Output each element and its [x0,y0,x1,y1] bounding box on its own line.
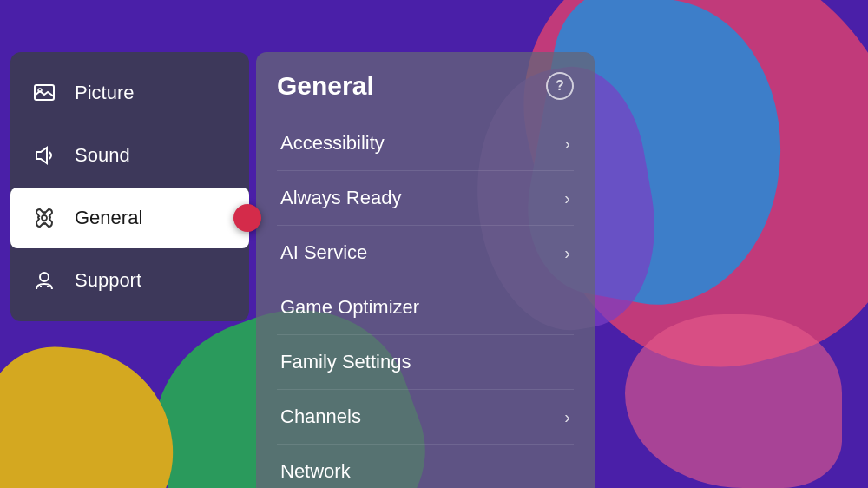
sidebar-item-picture-label: Picture [75,82,134,104]
svg-point-3 [42,215,47,221]
picture-icon [30,78,59,108]
sidebar-item-sound[interactable]: Sound [10,125,249,186]
help-button[interactable]: ? [546,72,574,100]
menu-item-accessibility-label: Accessibility [280,132,385,155]
svg-point-4 [40,273,49,281]
menu-item-ai-service-label: AI Service [280,241,367,264]
menu-item-ai-service[interactable]: AI Service › [277,226,574,280]
menu-item-family-settings[interactable]: Family Settings [277,335,574,390]
sidebar-item-support[interactable]: Support [10,250,249,311]
menu-item-channels[interactable]: Channels › [277,390,574,445]
panel-header: General ? [277,71,574,101]
sidebar-item-general[interactable]: General [10,188,249,248]
chevron-right-icon: › [564,188,570,208]
menu-item-always-ready-label: Always Ready [280,187,401,209]
sidebar-item-support-label: Support [75,269,141,292]
support-icon [30,266,59,295]
sidebar-item-picture[interactable]: Picture [10,63,249,123]
chevron-right-icon: › [564,243,570,263]
ui-container: Picture Sound General [0,0,868,488]
chevron-right-icon: › [564,134,570,154]
chevron-right-icon: › [564,407,570,427]
menu-item-network[interactable]: Network [277,445,574,488]
sidebar-item-general-label: General [75,207,142,229]
menu-item-accessibility[interactable]: Accessibility › [277,116,574,171]
active-indicator [233,204,261,232]
svg-marker-2 [36,148,47,163]
menu-item-family-settings-label: Family Settings [280,351,411,373]
menu-item-game-optimizer[interactable]: Game Optimizer [277,280,574,335]
sound-icon [30,141,59,170]
menu-item-game-optimizer-label: Game Optimizer [280,296,419,319]
menu-item-always-ready[interactable]: Always Ready › [277,171,574,226]
menu-item-network-label: Network [280,460,351,483]
main-panel: General ? Accessibility › Always Ready ›… [256,52,595,488]
sidebar-item-sound-label: Sound [75,144,130,167]
panel-title: General [277,71,374,101]
general-icon [30,203,59,233]
menu-item-channels-label: Channels [280,406,361,428]
sidebar: Picture Sound General [10,52,249,321]
